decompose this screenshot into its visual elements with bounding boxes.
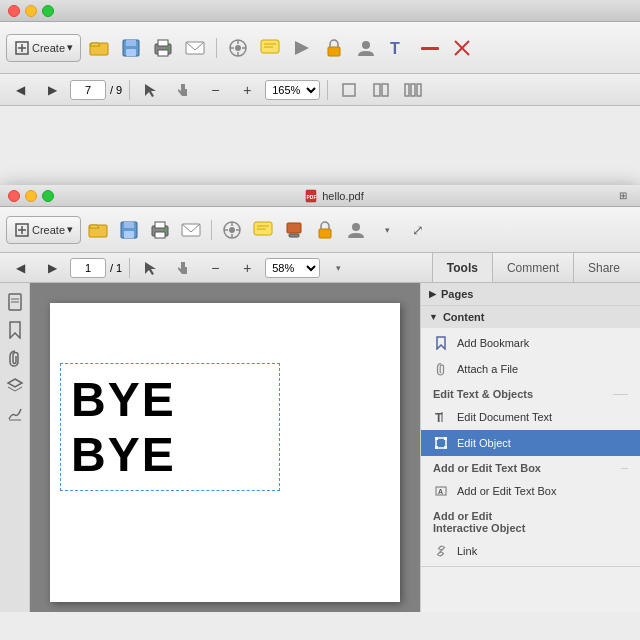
bg-page-input[interactable]: 7 <box>70 80 106 100</box>
bg-nav-forward[interactable]: ▶ <box>38 76 66 104</box>
fg-zoom-select[interactable]: 58% 100% 150% <box>265 258 320 278</box>
fg-tools-icon <box>221 219 243 241</box>
svg-rect-5 <box>126 40 136 46</box>
fg-tools-button[interactable] <box>218 216 246 244</box>
svg-rect-22 <box>328 47 340 56</box>
sidebar-icon-signature[interactable] <box>4 403 26 425</box>
fg-folder-open-icon <box>87 219 109 241</box>
svg-rect-46 <box>155 232 165 238</box>
sidebar-icon-pages[interactable] <box>4 291 26 313</box>
lock-icon <box>323 37 345 59</box>
bg-hand-tool[interactable] <box>169 76 197 104</box>
bg-page-separator: / 9 <box>110 84 122 96</box>
fg-nav-forward[interactable]: ▶ <box>38 254 66 282</box>
fg-lock-button[interactable] <box>311 216 339 244</box>
fg-email-button[interactable] <box>177 216 205 244</box>
fg-stamp-button[interactable] <box>280 216 308 244</box>
attach-file-item[interactable]: Attach a File <box>421 356 640 382</box>
fg-zoom-out[interactable]: − <box>201 254 229 282</box>
fg-zoom-in[interactable]: + <box>233 254 261 282</box>
fg-maximize-view[interactable]: ⤢ <box>404 216 432 244</box>
fg-close-button[interactable] <box>8 190 20 202</box>
fg-title-text: hello.pdf <box>322 190 364 202</box>
text-object-selection[interactable]: BYE BYE <box>60 363 280 491</box>
tab-share[interactable]: Share <box>573 253 634 282</box>
fg-fullscreen-button[interactable]: ⊞ <box>614 187 632 205</box>
bg-zoom-in[interactable]: + <box>233 76 261 104</box>
fg-hand-tool[interactable] <box>169 254 197 282</box>
svg-text:A: A <box>438 488 443 495</box>
fg-comment-button[interactable] <box>249 216 277 244</box>
bg-minus-button[interactable] <box>416 34 444 62</box>
text-icon: T <box>387 37 409 59</box>
svg-rect-31 <box>382 84 388 96</box>
tab-comment[interactable]: Comment <box>492 253 573 282</box>
fg-nav-bar: ◀ ▶ 1 / 1 − + 58% 100% 150% ▾ Tools Comm… <box>0 253 640 283</box>
fg-traffic-lights <box>8 190 54 202</box>
fg-user-arrow[interactable]: ▾ <box>373 216 401 244</box>
sidebar-icon-clip[interactable] <box>4 347 26 369</box>
bg-close-x-button[interactable] <box>448 34 476 62</box>
bg-comment-button[interactable] <box>256 34 284 62</box>
bg-close-button[interactable] <box>8 5 20 17</box>
bg-zoom-select[interactable]: 165% 100% 150% 200% <box>265 80 320 100</box>
bg-layout1[interactable] <box>335 76 363 104</box>
bg-layout2[interactable] <box>367 76 395 104</box>
sidebar-icon-bookmark[interactable] <box>4 319 26 341</box>
svg-rect-76 <box>444 446 447 449</box>
sidebar-icon-layers[interactable] <box>4 375 26 397</box>
save-icon <box>120 37 142 59</box>
bg-arrow-button[interactable] <box>288 34 316 62</box>
bg-layout3[interactable] <box>399 76 427 104</box>
bg-text-button[interactable]: T <box>384 34 412 62</box>
svg-point-13 <box>235 45 241 51</box>
fg-page-input[interactable]: 1 <box>70 258 106 278</box>
fg-save-icon <box>118 219 140 241</box>
fg-maximize-button[interactable] <box>42 190 54 202</box>
fg-save-button[interactable] <box>115 216 143 244</box>
edit-text-objects-header: Edit Text & Objects <box>421 382 640 404</box>
bg-print-button[interactable] <box>149 34 177 62</box>
bg-lock-button[interactable] <box>320 34 348 62</box>
bg-create-button[interactable]: Create ▾ <box>6 34 81 62</box>
fg-email-icon <box>180 219 202 241</box>
comment-icon <box>259 37 281 59</box>
group-line-2 <box>621 468 628 469</box>
bg-select-tool[interactable] <box>137 76 165 104</box>
paperclip-panel-icon <box>433 361 449 377</box>
bg-traffic-lights <box>8 5 54 17</box>
fg-select-tool[interactable] <box>137 254 165 282</box>
edit-object-item[interactable]: Edit Object <box>421 430 640 456</box>
bg-zoom-out[interactable]: − <box>201 76 229 104</box>
bg-maximize-button[interactable] <box>42 5 54 17</box>
tab-bar: Tools Comment Share <box>432 253 634 282</box>
bg-tools-button[interactable] <box>224 34 252 62</box>
user-icon <box>355 37 377 59</box>
pages-section-header[interactable]: ▶ Pages <box>421 283 640 305</box>
bg-user-button[interactable] <box>352 34 380 62</box>
edit-object-svg <box>434 436 448 450</box>
fg-user-button[interactable] <box>342 216 370 244</box>
fg-comment-icon <box>252 219 274 241</box>
fg-open-button[interactable] <box>84 216 112 244</box>
svg-rect-32 <box>405 84 409 96</box>
svg-rect-60 <box>319 229 331 238</box>
text-box-item[interactable]: A Add or Edit Text Box <box>421 478 640 504</box>
content-section-header[interactable]: ▼ Content <box>421 306 640 328</box>
edit-document-text-item[interactable]: T Edit Document Text <box>421 404 640 430</box>
main-area: BYE BYE ▶ Pages ▼ Content <box>0 283 640 612</box>
fg-print-button[interactable] <box>146 216 174 244</box>
fg-minimize-button[interactable] <box>25 190 37 202</box>
tab-tools[interactable]: Tools <box>432 253 492 282</box>
fg-create-button[interactable]: Create ▾ <box>6 216 81 244</box>
bg-save-button[interactable] <box>117 34 145 62</box>
bg-minimize-button[interactable] <box>25 5 37 17</box>
bg-open-button[interactable] <box>85 34 113 62</box>
link-item[interactable]: Link <box>421 538 640 564</box>
bg-nav-back[interactable]: ◀ <box>6 76 34 104</box>
fg-zoom-arrow[interactable]: ▾ <box>324 254 352 282</box>
fg-nav-back[interactable]: ◀ <box>6 254 34 282</box>
add-bookmark-item[interactable]: Add Bookmark <box>421 330 640 356</box>
bg-email-button[interactable] <box>181 34 209 62</box>
svg-rect-45 <box>155 222 165 228</box>
